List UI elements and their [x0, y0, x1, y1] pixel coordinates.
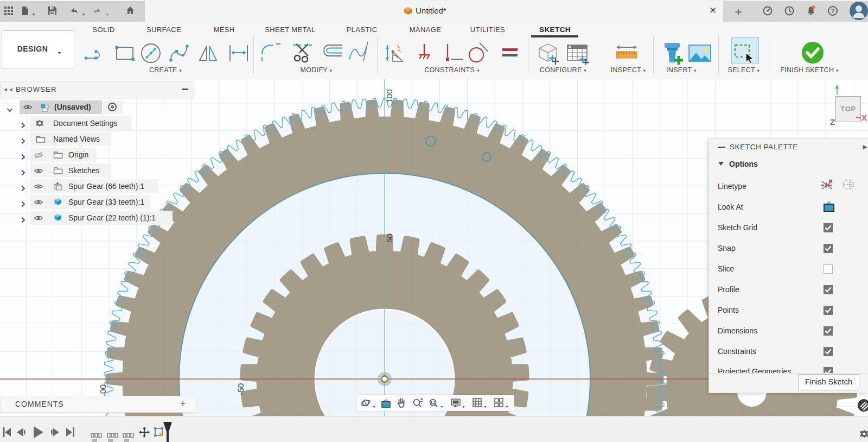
svg-text:?: ? — [831, 8, 835, 14]
svg-text:50: 50 — [385, 233, 394, 243]
svg-text:00: 00 — [98, 384, 107, 394]
svg-text:100: 100 — [385, 89, 394, 103]
svg-text:-50: -50 — [236, 383, 245, 395]
